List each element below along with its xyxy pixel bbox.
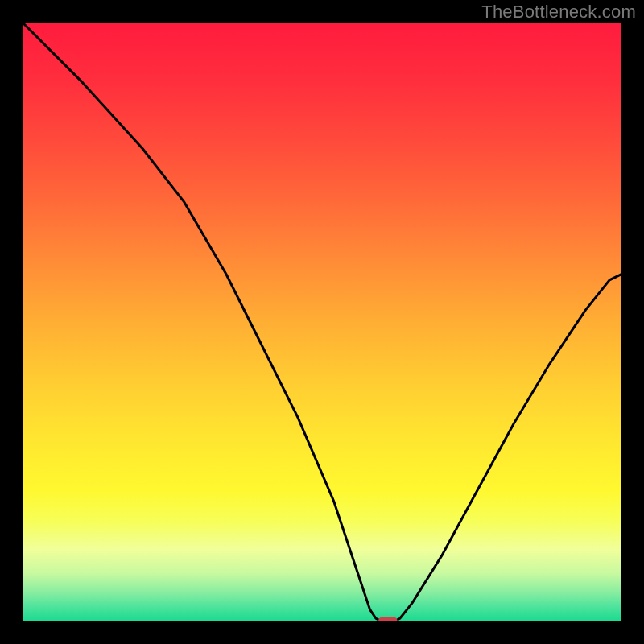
optimum-marker bbox=[378, 617, 398, 621]
bottleneck-curve-chart bbox=[23, 23, 621, 621]
gradient-background bbox=[23, 23, 621, 621]
chart-frame: TheBottleneck.com bbox=[0, 0, 644, 644]
watermark-label: TheBottleneck.com bbox=[481, 2, 636, 23]
